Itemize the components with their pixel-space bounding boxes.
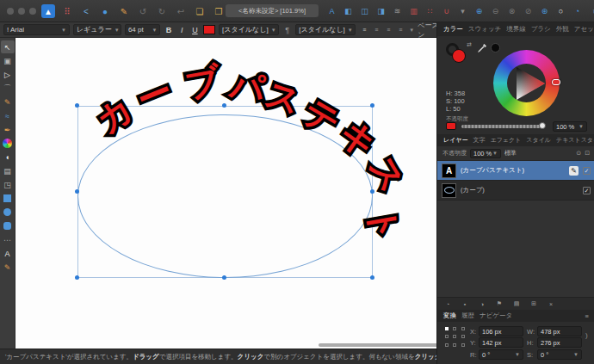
arrange-forward-icon[interactable]: ❏ (193, 4, 207, 18)
close-window-button[interactable] (7, 8, 14, 15)
text-flow-icon[interactable]: ≋ (391, 5, 404, 18)
studio-tab-6[interactable]: アセット (574, 25, 594, 34)
studio-tab-1[interactable]: カラー (443, 25, 463, 34)
ellipse-tool[interactable] (1, 206, 15, 219)
artistic-text-tool[interactable]: A (1, 247, 15, 260)
layers-tab-5[interactable]: テキストスタイル (556, 136, 594, 145)
flag-icon[interactable]: ⚑ (494, 299, 504, 309)
font-weight-select[interactable]: レギュラー ▼ (73, 24, 121, 35)
opacity-slider-knob[interactable] (539, 122, 546, 129)
paragraph-mark-icon[interactable]: ¶ (282, 26, 292, 34)
preview-mode-icon[interactable]: ● (98, 4, 112, 18)
move-tool[interactable]: ↖ (1, 40, 15, 53)
snapping-icon[interactable]: ∪ (440, 5, 453, 18)
eyedropper-icon[interactable] (477, 43, 487, 53)
vector-crop-tool[interactable]: ◳ (1, 178, 15, 191)
trash-icon[interactable]: × (546, 299, 556, 309)
designer-persona-icon[interactable]: ▲ (41, 4, 55, 18)
align-left-icon[interactable]: ◧ (342, 5, 355, 18)
edit-mode-icon[interactable]: ✎ (117, 4, 131, 18)
selection-handle[interactable] (75, 103, 79, 108)
geometry-add-icon[interactable]: ⊕ (473, 5, 486, 18)
canvas[interactable]: カカーーブブパパスステテキキスストト (15, 38, 436, 349)
place-image-tool[interactable]: ▤ (1, 164, 15, 177)
blend-mode-select[interactable]: 標準 (504, 149, 517, 157)
snapping-menu-chevron-icon[interactable]: ▾ (456, 5, 469, 18)
fill-tool[interactable] (1, 137, 15, 150)
pixel-persona-icon[interactable]: ⠿ (60, 4, 74, 18)
more-shapes-icon[interactable]: ⋯ (1, 233, 15, 246)
selection-handle[interactable] (370, 189, 374, 194)
pencil-tool[interactable]: ✎ (1, 96, 15, 108)
artboard-tool[interactable]: ▣ (1, 54, 15, 67)
transform-tab-3[interactable]: ナビゲータ (480, 312, 512, 320)
color-picker-tool[interactable]: ✎ (1, 261, 15, 274)
studio-tab-5[interactable]: 外観 (556, 25, 569, 34)
h-field[interactable]: 276 px (537, 337, 582, 348)
studio-tab-3[interactable]: 境界線 (506, 25, 526, 34)
layer-visibility-checkbox[interactable]: ✓ (583, 167, 591, 175)
pen-tool[interactable]: ⌒ (1, 82, 15, 95)
align-text-right-icon[interactable]: ≡ (383, 25, 393, 35)
studio-tab-2[interactable]: スウォッチ (468, 25, 501, 34)
view-mode-icon[interactable]: ◑ (587, 5, 594, 18)
shear-field[interactable]: 0 °▼ (537, 349, 582, 360)
geometry-divide-icon[interactable]: ⊛ (538, 5, 551, 18)
horizontal-scrollbar[interactable] (319, 343, 436, 347)
opacity-swatch[interactable] (446, 122, 456, 130)
font-size-select[interactable]: 64 pt ▼ (125, 24, 161, 35)
hsl-triangle[interactable] (507, 64, 547, 103)
lock-icon[interactable]: ⊡ (585, 150, 590, 157)
selection-handle[interactable] (222, 103, 226, 108)
chevron-down-icon[interactable]: ▼ (409, 28, 414, 33)
rounded-rectangle-tool[interactable] (1, 219, 15, 232)
opacity-slider[interactable] (461, 125, 544, 128)
bold-button[interactable]: B (164, 26, 173, 34)
rotation-field[interactable]: 0 °▼ (479, 349, 523, 360)
rotate-ccw-icon[interactable]: ↺ (136, 4, 150, 18)
split-view-icon[interactable]: ◑ (477, 299, 487, 309)
swap-colors-icon[interactable]: ⇄ (467, 41, 472, 48)
reset-view-icon[interactable]: ↩ (174, 4, 188, 18)
layer-visibility-checkbox[interactable]: ✓ (583, 187, 591, 194)
vector-brush-tool[interactable]: ≈ (1, 109, 15, 122)
geometry-intersect-icon[interactable]: ⊗ (505, 5, 518, 18)
transparency-tool[interactable]: ◖ (1, 151, 15, 163)
align-right-icon[interactable]: ◨ (374, 5, 387, 18)
text-color-swatch[interactable] (203, 25, 215, 34)
align-text-left-icon[interactable]: ≡ (359, 25, 369, 35)
pages-icon[interactable]: ⊞ (529, 299, 539, 309)
geometry-subtract-icon[interactable]: ⊖ (489, 5, 502, 18)
layers-tab-3[interactable]: エフェクト (491, 136, 522, 145)
paint-brush-tool[interactable]: ✒ (1, 123, 15, 136)
export-persona-icon[interactable]: < (79, 4, 93, 18)
opacity-value-select[interactable]: 100 % ▼ (553, 121, 587, 132)
layers-tab-1[interactable]: レイヤー (443, 136, 468, 145)
studio-tab-4[interactable]: ブラシ (531, 25, 551, 34)
font-family-select[interactable]: ! Arial ▼ (3, 24, 70, 35)
columns-icon[interactable]: ▥ (407, 5, 420, 18)
align-text-justify-icon[interactable]: ≡ (395, 25, 405, 35)
transform-tab-2[interactable]: 履歴 (461, 312, 474, 320)
transform-tab-1[interactable]: 変換 (443, 312, 456, 320)
italic-button[interactable]: I (177, 26, 187, 34)
panel-menu-icon[interactable]: ≡ (585, 312, 589, 320)
rectangle-tool[interactable] (1, 192, 15, 205)
zoom-tool-icon[interactable]: ○ (554, 5, 567, 18)
character-style-select[interactable]: [スタイルなし] ▼ (219, 24, 279, 35)
fill-color-swatch[interactable] (452, 49, 466, 63)
align-text-center-icon[interactable]: ≡ (371, 25, 381, 35)
layers-empty-area[interactable] (437, 201, 594, 297)
align-center-icon[interactable]: ◫ (358, 5, 371, 18)
selection-handle[interactable] (75, 189, 79, 194)
picked-color-swatch[interactable] (491, 43, 500, 52)
layer-opacity-select[interactable]: 100 % ▼ (470, 149, 501, 158)
zoom-window-button[interactable] (29, 8, 36, 15)
selection-handle[interactable] (370, 103, 374, 108)
hue-selector[interactable] (552, 79, 560, 85)
paragraph-style-select[interactable]: [スタイルなし] ▼ (295, 24, 356, 35)
layers-tab-4[interactable]: スタイル (526, 136, 551, 145)
bullets-icon[interactable]: ∷ (424, 5, 436, 18)
layers-tab-2[interactable]: 文字 (473, 136, 486, 145)
geometry-xor-icon[interactable]: ⊘ (522, 5, 535, 18)
